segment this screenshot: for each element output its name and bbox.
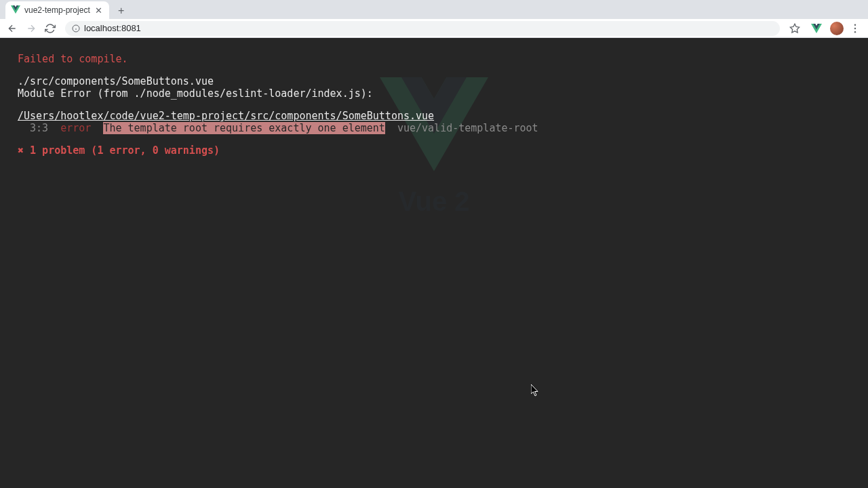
back-button[interactable] (4, 20, 20, 37)
close-tab-icon[interactable]: ✕ (94, 5, 104, 15)
page-viewport: Vue 2 Failed to compile. ./src/component… (0, 38, 868, 488)
tab-title: vue2-temp-project (24, 5, 90, 15)
error-level: error (60, 122, 91, 134)
browser-menu-icon[interactable] (849, 22, 861, 35)
vue-favicon (11, 5, 20, 15)
svg-marker-1 (790, 24, 799, 33)
error-header: Failed to compile. (18, 53, 850, 65)
forward-button[interactable] (23, 20, 39, 37)
svg-point-2 (854, 24, 856, 25)
svg-point-4 (854, 31, 856, 33)
url-text: localhost:8081 (84, 23, 141, 33)
address-bar[interactable]: localhost:8081 (65, 21, 780, 36)
vue-devtools-icon[interactable] (808, 20, 825, 37)
compile-error-overlay: Failed to compile. ./src/components/Some… (0, 38, 868, 488)
browser-toolbar: localhost:8081 (0, 19, 868, 38)
error-location: 3:3 (18, 122, 48, 134)
svg-point-3 (854, 27, 856, 28)
browser-tab[interactable]: vue2-temp-project ✕ (5, 1, 109, 19)
reload-button[interactable] (42, 20, 58, 37)
profile-avatar[interactable] (830, 22, 844, 35)
tab-strip: vue2-temp-project ✕ + (0, 0, 868, 19)
error-file-relative: ./src/components/SomeButtons.vue (18, 75, 850, 87)
error-summary: ✖ 1 problem (1 error, 0 warnings) (18, 144, 850, 157)
lint-error-line: 3:3 error The template root requires exa… (18, 122, 850, 134)
new-tab-button[interactable]: + (113, 3, 130, 19)
module-error-line: Module Error (from ./node_modules/eslint… (18, 87, 850, 100)
error-rule: vue/valid-template-root (397, 122, 538, 134)
star-icon[interactable] (787, 20, 803, 37)
error-file-absolute: /Users/hootlex/code/vue2-temp-project/sr… (18, 110, 850, 122)
error-message: The template root requires exactly one e… (103, 122, 384, 134)
site-info-icon[interactable] (72, 24, 80, 33)
